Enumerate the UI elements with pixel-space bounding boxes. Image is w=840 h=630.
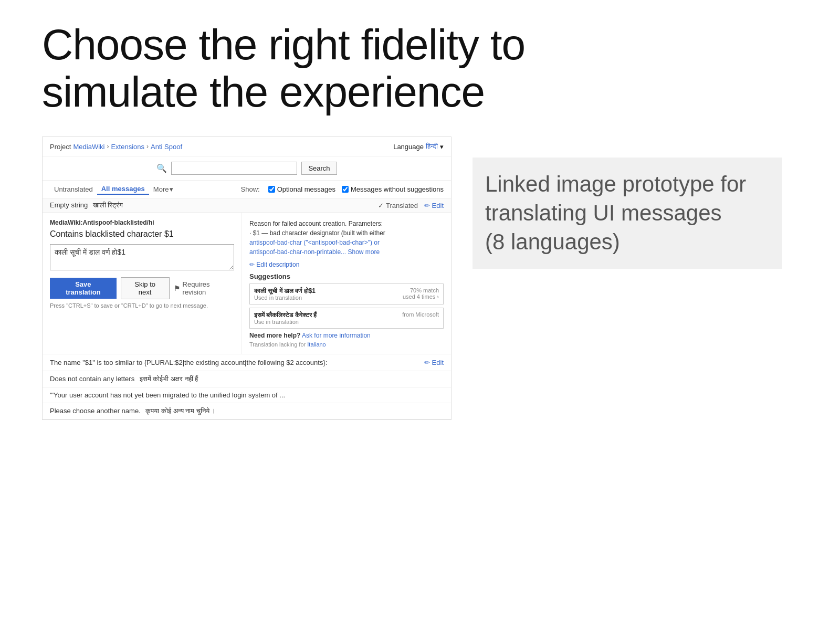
edit-pencil-icon: ✏ bbox=[424, 202, 430, 209]
suggestion-item-2[interactable]: इसमें ब्लैकलिस्टेड कैरेक्टर हैं Use in t… bbox=[249, 308, 444, 329]
project-label: Project bbox=[50, 143, 71, 151]
language-selector[interactable]: Language हिन्दी ▾ bbox=[393, 142, 444, 151]
translated-badge: ✓ Translated bbox=[378, 202, 418, 209]
message-row-1: The name "$1" is too similar to {PLURAL:… bbox=[43, 354, 451, 371]
revision-flag[interactable]: ⚑ Requires revision bbox=[174, 280, 234, 296]
skip-to-next-button[interactable]: Skip to next bbox=[121, 277, 170, 299]
edit-desc-pencil-icon: ✏ bbox=[249, 261, 255, 268]
breadcrumb-bar: Project MediaWiki › Extensions › Anti Sp… bbox=[43, 137, 451, 156]
suggestion-1-text: काली सूची में डाल वर्ण हो$1 bbox=[254, 287, 316, 295]
lacking-note: Translation lacking for Italiano bbox=[249, 341, 444, 348]
message-row-1-text: The name "$1" is too similar to {PLURAL:… bbox=[50, 359, 327, 366]
reason-text: Reason for failed account creation. Para… bbox=[249, 219, 444, 257]
anti-spoof-link[interactable]: Anti Spoof bbox=[151, 143, 182, 151]
search-bar: 🔍 Search bbox=[43, 156, 451, 181]
empty-string-edit-link[interactable]: ✏ Edit bbox=[424, 202, 444, 209]
suggestion-2-meta: from Microsoft bbox=[402, 311, 439, 318]
suggestions-title: Suggestions bbox=[249, 272, 444, 280]
show-label: Show: bbox=[241, 185, 260, 193]
extensions-link[interactable]: Extensions bbox=[111, 143, 144, 151]
entry-left-panel: MediaWiki:Antispoof-blacklisted/hi Conta… bbox=[43, 213, 242, 354]
translation-entry: MediaWiki:Antispoof-blacklisted/hi Conta… bbox=[43, 213, 451, 354]
more-chevron-icon: ▾ bbox=[170, 185, 173, 193]
page-title: Choose the right fidelity to simulate th… bbox=[42, 21, 798, 116]
suggestion-1-meta: 70% match used 4 times › bbox=[403, 287, 439, 300]
empty-string-actions: ✓ Translated ✏ Edit bbox=[378, 202, 444, 209]
suggestion-2-text: इसमें ब्लैकलिस्टेड कैरेक्टर हैं bbox=[254, 311, 317, 319]
need-help: Need more help? Ask for more information bbox=[249, 332, 444, 339]
edit-description-link[interactable]: ✏ Edit description bbox=[249, 261, 444, 268]
suggestion-2-used: Use in translation bbox=[254, 319, 317, 325]
chevron-down-icon: ▾ bbox=[440, 143, 444, 151]
filter-tabs: Untranslated All messages More ▾ bbox=[50, 184, 241, 195]
search-button[interactable]: Search bbox=[301, 162, 337, 175]
breadcrumb-sep2: › bbox=[146, 143, 149, 150]
message-key: MediaWiki:Antispoof-blacklisted/hi bbox=[50, 219, 234, 226]
translation-textarea[interactable]: काली सूची में डाल वर्ण हो$1 bbox=[50, 244, 234, 270]
empty-string-row: Empty string खाली स्ट्रिंग ✓ Translated … bbox=[43, 198, 451, 213]
ask-for-info-link[interactable]: Ask for more information bbox=[302, 332, 371, 339]
breadcrumb: Project MediaWiki › Extensions › Anti Sp… bbox=[50, 143, 182, 151]
show-more-link[interactable]: Show more bbox=[348, 248, 380, 256]
tab-untranslated[interactable]: Untranslated bbox=[50, 184, 97, 194]
message-source: Contains blacklisted character $1 bbox=[50, 229, 234, 239]
suggestion-item-1[interactable]: काली सूची में डाल वर्ण हो$1 Used in tran… bbox=[249, 284, 444, 304]
message-row-2: Does not contain any letters इसमें कोईभी… bbox=[43, 371, 451, 387]
message-row-4: Please choose another name. कृपया कोई अन… bbox=[43, 403, 451, 419]
language-label: Language bbox=[393, 143, 424, 151]
suggestion-1-used: Used in translation bbox=[254, 295, 316, 301]
save-translation-button[interactable]: Save translation bbox=[50, 278, 117, 299]
flag-icon: ⚑ bbox=[174, 284, 181, 292]
search-input[interactable] bbox=[171, 162, 297, 175]
optional-messages-checkbox[interactable]: Optional messages bbox=[268, 185, 335, 193]
language-value: हिन्दी bbox=[426, 142, 438, 151]
entry-actions: Save translation Skip to next ⚑ Requires… bbox=[50, 277, 234, 299]
below-rows: The name "$1" is too similar to {PLURAL:… bbox=[43, 354, 451, 419]
breadcrumb-sep1: › bbox=[107, 143, 109, 150]
entry-right-panel: Reason for failed account creation. Para… bbox=[242, 213, 451, 354]
annotation-title: Linked image prototype for translating U… bbox=[472, 158, 782, 269]
search-icon: 🔍 bbox=[156, 163, 167, 173]
tab-all-messages[interactable]: All messages bbox=[97, 184, 149, 195]
tab-more[interactable]: More ▾ bbox=[149, 184, 178, 194]
message-row-3: '"Your user account has not yet been mig… bbox=[43, 387, 451, 403]
checkmark-icon: ✓ bbox=[378, 202, 384, 209]
empty-string-label: Empty string खाली स्ट्रिंग bbox=[50, 201, 123, 209]
italiano-link[interactable]: Italiano bbox=[307, 341, 326, 348]
show-options: Show: Optional messages Messages without… bbox=[241, 185, 444, 193]
annotation-box: Linked image prototype for translating U… bbox=[452, 136, 798, 420]
message-row-1-edit[interactable]: ✏ Edit bbox=[424, 359, 444, 366]
shortcut-hint: Press "CTRL+S" to save or "CRTL+D" to go… bbox=[50, 302, 234, 309]
mediawiki-link[interactable]: MediaWiki bbox=[73, 143, 104, 151]
ui-mockup: Project MediaWiki › Extensions › Anti Sp… bbox=[42, 136, 452, 420]
filter-bar: Untranslated All messages More ▾ Show: O… bbox=[43, 181, 451, 198]
without-suggestions-checkbox[interactable]: Messages without suggestions bbox=[342, 185, 444, 193]
pencil-icon-row1: ✏ bbox=[424, 359, 430, 366]
